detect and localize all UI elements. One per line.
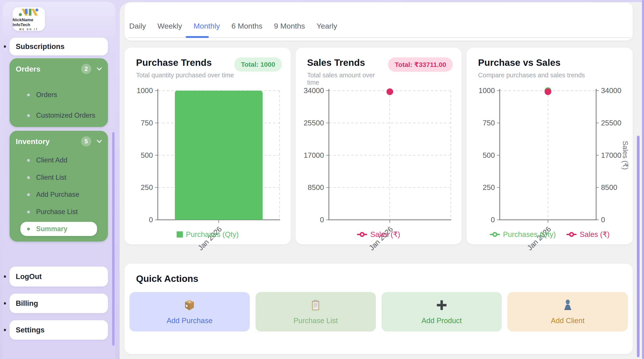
svg-text:500: 500 bbox=[483, 151, 495, 159]
chart-card-sales-trends: Sales Trends Total sales amount over tim… bbox=[296, 48, 462, 244]
svg-text:Sales (₹): Sales (₹) bbox=[622, 141, 629, 170]
chart-subtitle: Total sales amount over time bbox=[307, 72, 388, 86]
chart-card-purchase-vs-sales: Purchase vs Sales Compare purchases and … bbox=[466, 48, 633, 244]
sidebar-item-label: Summary bbox=[36, 225, 67, 233]
sidebar-item-label: Billing bbox=[16, 299, 38, 308]
svg-text:0: 0 bbox=[491, 216, 495, 224]
chart-subtitle: Total quantity purchased over time bbox=[136, 72, 234, 79]
person-icon bbox=[561, 299, 574, 312]
legend-line-dot-marker bbox=[357, 234, 367, 235]
bullet-icon bbox=[27, 176, 30, 179]
bullet-icon bbox=[27, 193, 30, 196]
svg-text:1000: 1000 bbox=[137, 86, 153, 95]
chart-legend: Purchases (Qty)Sales (₹) bbox=[466, 230, 633, 239]
legend-label: Purchases (Qty) bbox=[186, 230, 239, 239]
svg-text:8500: 8500 bbox=[308, 183, 324, 192]
chart-title: Purchase vs Sales bbox=[478, 58, 585, 68]
sidebar-item-label: Customized Orders bbox=[36, 112, 95, 120]
sidebar-scrollbar-thumb[interactable] bbox=[112, 132, 114, 346]
svg-text:500: 500 bbox=[141, 151, 153, 159]
svg-text:0: 0 bbox=[601, 216, 605, 224]
logo: NickName InfoTech WE DO IT bbox=[13, 7, 45, 31]
legend-item[interactable]: Purchases (Qty) bbox=[176, 230, 239, 239]
quick-action-label: Purchase List bbox=[294, 316, 338, 325]
sidebar-group-inventory-header[interactable]: Inventory 5 bbox=[10, 136, 108, 147]
svg-text:34000: 34000 bbox=[304, 86, 324, 95]
sidebar-group-label: Orders bbox=[16, 65, 40, 73]
sidebar-group-orders-header[interactable]: Orders 2 bbox=[10, 63, 108, 75]
sidebar-item-customized-orders[interactable]: Customized Orders bbox=[10, 108, 108, 122]
sidebar-item-label: Settings bbox=[16, 326, 44, 334]
svg-text:0: 0 bbox=[149, 216, 153, 224]
app-window: NickName InfoTech WE DO IT Subscriptions… bbox=[0, 0, 644, 359]
sidebar-group-inventory: Inventory 5 Client Add Client List Add P… bbox=[10, 131, 108, 242]
quick-action-label: Add Client bbox=[551, 316, 584, 325]
sidebar-item-settings[interactable]: Settings bbox=[10, 320, 108, 340]
sidebar-item-orders[interactable]: Orders bbox=[10, 88, 108, 102]
legend-line-dot-marker bbox=[566, 234, 577, 235]
purchase-trends-bar-chart: 02505007501000Jan 2026 bbox=[124, 88, 284, 243]
package-icon bbox=[183, 299, 196, 312]
chart-legend: Sales (₹) bbox=[296, 230, 462, 239]
svg-text:750: 750 bbox=[141, 119, 153, 127]
list-marker bbox=[4, 276, 6, 278]
sidebar-item-add-purchase[interactable]: Add Purchase bbox=[10, 188, 108, 202]
sidebar-item-label: Client Add bbox=[36, 156, 67, 164]
list-marker bbox=[4, 329, 6, 331]
sidebar-item-label: LogOut bbox=[16, 272, 42, 281]
tab-weekly[interactable]: Weekly bbox=[158, 22, 182, 30]
svg-text:17000: 17000 bbox=[304, 151, 324, 159]
sidebar-item-client-add[interactable]: Client Add bbox=[10, 153, 108, 167]
sidebar-item-billing[interactable]: Billing bbox=[10, 294, 108, 313]
legend-item[interactable]: Purchases (Qty) bbox=[490, 230, 556, 239]
sidebar-item-client-list[interactable]: Client List bbox=[10, 170, 108, 184]
sidebar-item-logout[interactable]: LogOut bbox=[10, 266, 108, 286]
sidebar-item-subscriptions[interactable]: Subscriptions bbox=[10, 38, 108, 56]
main-scrollbar-thumb[interactable] bbox=[637, 136, 640, 357]
tab-yearly[interactable]: Yearly bbox=[316, 22, 337, 30]
sidebar-group-label: Inventory bbox=[16, 137, 50, 146]
add-product-button[interactable]: Add Product bbox=[382, 292, 502, 332]
period-tab-bar: Daily Weekly Monthly 6 Months 9 Months Y… bbox=[124, 2, 633, 40]
bullet-icon bbox=[27, 114, 30, 117]
tab-6-months[interactable]: 6 Months bbox=[232, 22, 262, 30]
chevron-down-icon[interactable] bbox=[96, 138, 103, 145]
purchase-list-button[interactable]: Purchase List bbox=[256, 292, 376, 332]
charts-row: Purchase Trends Total quantity purchased… bbox=[124, 48, 633, 244]
sidebar-item-label: Add Purchase bbox=[36, 190, 79, 198]
legend-square-marker bbox=[176, 231, 183, 238]
tab-daily[interactable]: Daily bbox=[129, 22, 146, 30]
bullet-icon bbox=[27, 94, 30, 96]
plus-icon bbox=[435, 299, 448, 312]
svg-text:750: 750 bbox=[483, 119, 495, 127]
sidebar-item-label: Client List bbox=[36, 174, 66, 182]
sidebar-group-orders: Orders 2 Orders Customized Orders bbox=[10, 58, 108, 127]
sidebar-item-label: Subscriptions bbox=[16, 42, 64, 51]
svg-text:25500: 25500 bbox=[601, 119, 622, 127]
count-badge: 5 bbox=[81, 136, 91, 146]
legend-item[interactable]: Sales (₹) bbox=[357, 230, 400, 239]
tab-9-months[interactable]: 9 Months bbox=[274, 22, 305, 30]
svg-text:250: 250 bbox=[483, 183, 495, 192]
bullet-icon bbox=[27, 210, 30, 214]
tab-monthly[interactable]: Monthly bbox=[194, 22, 220, 30]
chart-title: Sales Trends bbox=[307, 58, 388, 68]
svg-text:8500: 8500 bbox=[601, 183, 617, 192]
list-marker bbox=[4, 302, 6, 304]
active-tab-indicator bbox=[186, 36, 209, 38]
clipboard-icon bbox=[309, 299, 322, 312]
legend-item[interactable]: Sales (₹) bbox=[566, 230, 610, 239]
chart-card-purchase-trends: Purchase Trends Total quantity purchased… bbox=[124, 48, 291, 244]
add-client-button[interactable]: Add Client bbox=[508, 292, 628, 332]
sidebar-item-summary-active[interactable]: Summary bbox=[20, 222, 97, 236]
brand-tagline: WE DO IT bbox=[19, 28, 38, 30]
quick-action-label: Add Product bbox=[422, 316, 462, 325]
add-purchase-button[interactable]: Add Purchase bbox=[130, 292, 250, 332]
purchase-vs-sales-dual-axis-chart: 0250500750100008500170002550034000Sales … bbox=[466, 88, 626, 243]
count-badge: 2 bbox=[81, 64, 91, 74]
svg-text:1000: 1000 bbox=[479, 86, 495, 95]
chart-legend: Purchases (Qty) bbox=[124, 230, 291, 239]
chevron-down-icon[interactable] bbox=[96, 65, 103, 73]
svg-text:250: 250 bbox=[141, 183, 153, 192]
sidebar-item-purchase-list[interactable]: Purchase List bbox=[10, 205, 108, 219]
